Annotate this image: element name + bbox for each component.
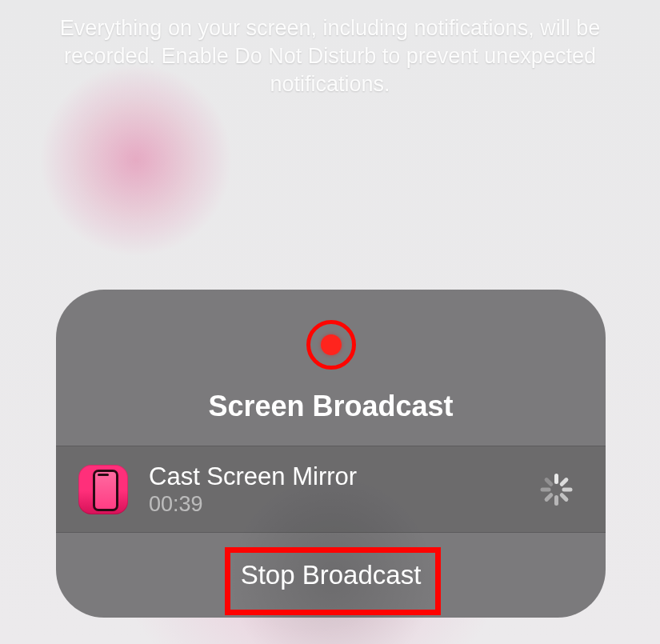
recording-disclaimer-text: Everything on your screen, including not… [42, 14, 618, 98]
broadcast-elapsed-time: 00:39 [149, 494, 540, 515]
broadcast-destination-row[interactable]: Cast Screen Mirror 00:39 [56, 446, 606, 532]
app-icon [78, 465, 128, 514]
broadcast-title: Screen Broadcast [56, 390, 606, 423]
annotation-highlight-box [225, 547, 441, 615]
destination-text-group: Cast Screen Mirror 00:39 [149, 464, 540, 515]
destination-app-name: Cast Screen Mirror [149, 464, 540, 489]
spinner-icon [540, 474, 572, 506]
record-icon [306, 320, 356, 370]
